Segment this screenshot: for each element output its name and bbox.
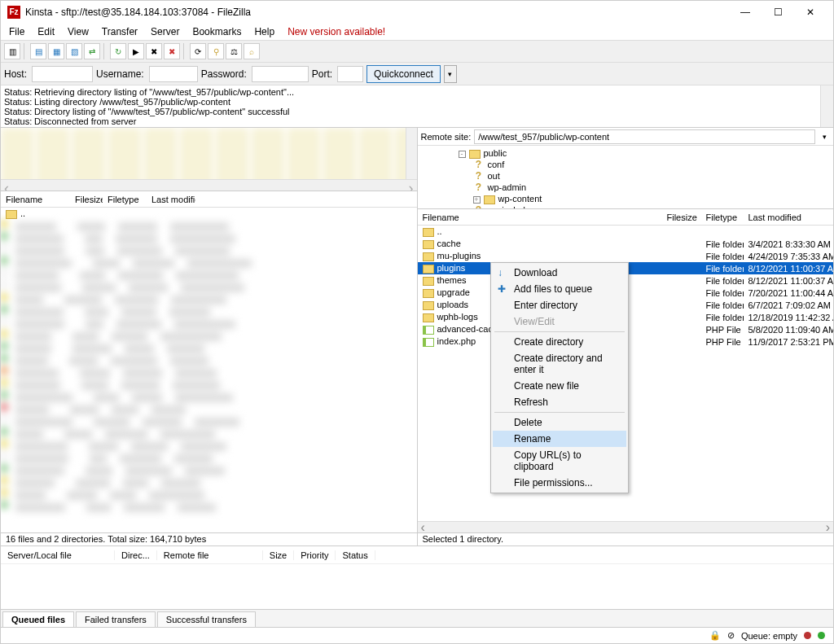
folder-icon: [423, 252, 434, 261]
folder-icon: [423, 240, 434, 249]
context-item[interactable]: Create directory: [493, 334, 626, 350]
context-item-icon: ↓: [498, 267, 503, 278]
toolbar-filter-icon[interactable]: ⚲: [208, 43, 224, 59]
quickconnect-button[interactable]: Quickconnect: [367, 65, 441, 83]
local-col-filesize[interactable]: Filesize: [70, 195, 103, 204]
menu-file[interactable]: File: [4, 24, 29, 39]
toolbar-cancel-icon[interactable]: ✖: [146, 43, 162, 59]
toolbar-disconnect-icon[interactable]: ✖: [164, 43, 180, 59]
log-scrollbar[interactable]: [820, 85, 833, 127]
folder-icon: [423, 289, 434, 298]
context-item[interactable]: Create new file: [493, 378, 626, 394]
maximize-button[interactable]: ☐: [762, 2, 794, 23]
remote-col-filesize[interactable]: Filesize: [662, 212, 701, 222]
context-item[interactable]: Copy URL(s) to clipboard: [493, 447, 626, 475]
menu-edit[interactable]: Edit: [33, 24, 59, 39]
context-item[interactable]: ↓Download: [493, 265, 626, 281]
context-item[interactable]: File permissions...: [493, 475, 626, 491]
transfer-queue-header: Server/Local file Direc... Remote file S…: [1, 545, 833, 563]
local-tree-scrollbar-v[interactable]: [406, 128, 417, 179]
quickconnect-dropdown-icon[interactable]: ▾: [444, 65, 457, 83]
menu-bookmarks[interactable]: Bookmarks: [187, 24, 246, 39]
context-item-icon: ✚: [498, 283, 506, 295]
toolbar-compare-icon[interactable]: ⚖: [226, 43, 242, 59]
toolbar-process-icon[interactable]: ▶: [128, 43, 144, 59]
lock-icon[interactable]: 🔒: [709, 630, 721, 641]
local-filelist[interactable]: Filename Filesize Filetype Last modified…: [1, 191, 417, 532]
toolbar-find-icon[interactable]: ⌕: [244, 43, 260, 59]
file-row[interactable]: cacheFile folder3/4/2021 8:33:30 AMdrwxr…: [418, 238, 834, 250]
port-input[interactable]: [337, 66, 363, 82]
password-label: Password:: [201, 68, 247, 80]
file-row[interactable]: mu-pluginsFile folder4/24/2019 7:35:33 A…: [418, 250, 834, 262]
tab-failed-transfers[interactable]: Failed transfers: [76, 611, 156, 627]
toolbar-toggle-queue-icon[interactable]: ▧: [66, 43, 82, 59]
context-item[interactable]: ✚Add files to queue: [493, 281, 626, 297]
toolbar-refresh-icon[interactable]: ↻: [110, 43, 126, 59]
activity-dot-green-icon: [818, 632, 825, 639]
tab-successful-transfers[interactable]: Successful transfers: [157, 611, 256, 627]
remote-site-label: Remote site:: [421, 132, 472, 142]
local-col-filetype[interactable]: Filetype: [103, 195, 147, 204]
context-item[interactable]: Create directory and enter it: [493, 350, 626, 378]
queue-indicator-icon: ⊘: [727, 630, 735, 641]
tab-queued-files[interactable]: Queued files: [2, 611, 74, 627]
queue-status: Queue: empty: [741, 631, 797, 641]
tree-node[interactable]: +wp-content: [421, 193, 831, 204]
context-item[interactable]: Enter directory: [493, 297, 626, 313]
context-item[interactable]: Delete: [493, 414, 626, 431]
toolbar-sitemanager-icon[interactable]: ▥: [4, 43, 20, 59]
local-tree[interactable]: ‹›: [1, 128, 417, 191]
titlebar: Fz Kinsta - sftp://test@35.184.184.103:3…: [1, 1, 833, 24]
username-input[interactable]: [149, 66, 198, 82]
tree-node[interactable]: ?conf: [421, 159, 831, 170]
local-pane: ‹› Filename Filesize Filetype Last modif…: [1, 128, 418, 545]
php-file-icon: [423, 338, 434, 347]
menu-view[interactable]: View: [63, 24, 94, 39]
remote-scrollbar-h[interactable]: [418, 521, 834, 532]
context-item[interactable]: Refresh: [493, 394, 626, 410]
window-title: Kinsta - sftp://test@35.184.184.103:3708…: [25, 7, 729, 18]
folder-icon: [423, 313, 434, 322]
remote-path-input[interactable]: [474, 129, 815, 144]
folder-icon: [423, 301, 434, 310]
toolbar-toggle-tree-icon[interactable]: ▦: [48, 43, 64, 59]
host-input[interactable]: [32, 66, 93, 82]
remote-col-filetype[interactable]: Filetype: [701, 212, 744, 222]
local-col-filename[interactable]: Filename: [1, 195, 70, 204]
tree-node[interactable]: ?out: [421, 170, 831, 182]
local-status: 16 files and 2 directories. Total size: …: [1, 532, 417, 545]
folder-icon: [484, 195, 495, 204]
toolbar: ▥ ▤ ▦ ▧ ⇄ ↻ ▶ ✖ ✖ ⟳ ⚲ ⚖ ⌕: [1, 40, 833, 63]
menu-new-version[interactable]: New version available!: [283, 24, 390, 39]
remote-tree[interactable]: -public?conf?out?wp-admin+wp-content?wp-…: [418, 146, 834, 209]
close-button[interactable]: ✕: [794, 2, 827, 23]
remote-col-modified[interactable]: Last modified: [744, 212, 834, 222]
remote-status: Selected 1 directory.: [418, 532, 834, 545]
local-col-modified[interactable]: Last modified: [147, 195, 195, 204]
folder-icon: [423, 265, 434, 274]
remote-col-filename[interactable]: Filename: [418, 212, 662, 222]
toolbar-toggle-log-icon[interactable]: ▤: [30, 43, 46, 59]
file-row[interactable]: ..: [418, 226, 834, 238]
tree-node[interactable]: ?wp-admin: [421, 182, 831, 193]
username-label: Username:: [96, 68, 144, 80]
context-item[interactable]: Rename: [493, 431, 626, 447]
unknown-icon: ?: [473, 159, 485, 170]
menu-transfer[interactable]: Transfer: [97, 24, 143, 39]
unknown-icon: ?: [473, 170, 485, 182]
port-label: Port:: [312, 68, 332, 80]
tree-node[interactable]: -public: [421, 147, 831, 159]
password-input[interactable]: [252, 66, 309, 82]
remote-path-dropdown-icon[interactable]: ▾: [819, 133, 830, 141]
minimize-button[interactable]: —: [729, 2, 762, 23]
folder-icon: [423, 277, 434, 286]
quickconnect-bar: Host: Username: Password: Port: Quickcon…: [1, 63, 833, 85]
toolbar-sync-icon[interactable]: ⇄: [84, 43, 100, 59]
local-tree-scrollbar-h[interactable]: ‹›: [1, 179, 417, 191]
activity-dot-red-icon: [804, 632, 811, 639]
menu-server[interactable]: Server: [146, 24, 184, 39]
transfer-queue-body[interactable]: [1, 563, 833, 609]
toolbar-reconnect-icon[interactable]: ⟳: [190, 43, 206, 59]
menu-help[interactable]: Help: [249, 24, 279, 39]
